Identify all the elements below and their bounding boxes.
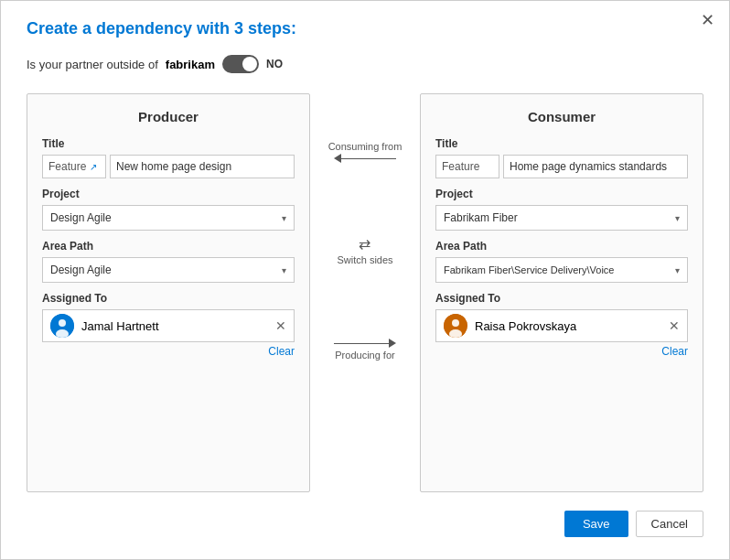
producer-avatar [50, 314, 74, 338]
consumer-panel: Consumer Title Feature Home page dynamic… [420, 93, 703, 492]
producer-project-value: Design Agile [50, 211, 112, 224]
consuming-from-block: Consuming from [328, 141, 403, 163]
producer-area-path-select[interactable]: Design Agile ▾ [42, 257, 295, 283]
consumer-project-value: Fabrikam Fiber [444, 211, 518, 224]
outside-partner-toggle[interactable] [222, 55, 259, 73]
middle-area: Consuming from ⇄ Switch sides Producing … [310, 93, 420, 492]
producer-title-type-icon: ↗ [90, 162, 97, 172]
producer-clear-link[interactable]: Clear [268, 345, 295, 358]
switch-sides-block[interactable]: ⇄ Switch sides [337, 235, 392, 265]
consumer-assigned-label: Assigned To [435, 292, 688, 305]
consumer-title-label: Title [435, 137, 688, 150]
consumer-assigned-name: Raisa Pokrovskaya [475, 319, 576, 333]
consumer-area-path-select[interactable]: Fabrikam Fiber\Service Delivery\Voice ▾ [435, 257, 688, 283]
svg-point-4 [452, 319, 459, 327]
consumer-clear-link[interactable]: Clear [661, 345, 688, 358]
consumer-project-select[interactable]: Fabrikam Fiber ▾ [435, 205, 688, 231]
consumer-area-path-value: Fabrikam Fiber\Service Delivery\Voice [444, 264, 614, 275]
producer-title-label: Title [42, 137, 295, 150]
producer-assigned-name: Jamal Hartnett [81, 319, 159, 333]
arrow-line-producing [334, 343, 389, 344]
cancel-button[interactable]: Cancel [636, 511, 703, 537]
toggle-state-label: NO [266, 58, 283, 70]
arrow-head-right [389, 339, 396, 348]
arrow-line-consuming [341, 158, 396, 159]
consumer-clear-assigned-button[interactable]: ✕ [669, 318, 680, 333]
create-dependency-dialog: ✕ Create a dependency with 3 steps: Is y… [0, 0, 730, 560]
arrow-head-left [334, 154, 341, 163]
producer-project-label: Project [42, 188, 295, 200]
consumer-panel-title: Consumer [435, 109, 688, 124]
consumer-avatar [444, 314, 467, 338]
producer-panel-title: Producer [42, 109, 295, 124]
producer-project-select[interactable]: Design Agile ▾ [42, 205, 295, 231]
consumer-project-label: Project [435, 188, 688, 200]
consumer-title-row: Feature Home page dynamics standards [435, 155, 688, 178]
close-button[interactable]: ✕ [701, 12, 714, 28]
columns-area: Producer Title Feature ↗ New home page d… [27, 93, 703, 492]
partner-org-name: fabrikam [166, 58, 215, 71]
partner-row: Is your partner outside of fabrikam NO [27, 55, 703, 73]
producer-panel: Producer Title Feature ↗ New home page d… [27, 93, 310, 492]
producing-for-block: Producing for [334, 339, 396, 361]
producer-title-value[interactable]: New home page design [110, 155, 295, 178]
switch-sides-icon: ⇄ [359, 235, 370, 253]
producer-area-path-label: Area Path [42, 240, 295, 253]
svg-point-1 [59, 319, 66, 327]
producer-area-path-value: Design Agile [50, 264, 112, 276]
producer-area-path-chevron: ▾ [282, 265, 286, 275]
producer-clear-assigned-button[interactable]: ✕ [275, 318, 286, 333]
producer-assigned-label: Assigned To [42, 292, 295, 305]
footer: Save Cancel [27, 511, 703, 537]
producing-for-label: Producing for [335, 350, 394, 361]
producer-title-type[interactable]: Feature ↗ [42, 155, 106, 178]
consumer-title-type[interactable]: Feature [435, 155, 499, 178]
producer-title-row: Feature ↗ New home page design [42, 155, 295, 178]
consumer-area-path-label: Area Path [435, 240, 688, 253]
producing-arrow [334, 339, 396, 348]
consumer-area-path-chevron: ▾ [675, 265, 680, 275]
producer-assigned-inner: Jamal Hartnett [50, 314, 159, 338]
consuming-from-label: Consuming from [328, 141, 403, 152]
producer-assigned-box: Jamal Hartnett ✕ [42, 309, 295, 342]
save-button[interactable]: Save [564, 511, 628, 537]
consumer-title-value[interactable]: Home page dynamics standards [503, 155, 688, 178]
producer-project-chevron: ▾ [282, 213, 286, 223]
partner-label-prefix: Is your partner outside of [27, 58, 158, 71]
dialog-title: Create a dependency with 3 steps: [27, 19, 703, 38]
consuming-arrow [334, 154, 396, 163]
consumer-assigned-inner: Raisa Pokrovskaya [444, 314, 576, 338]
consumer-project-chevron: ▾ [675, 213, 680, 223]
consumer-assigned-box: Raisa Pokrovskaya ✕ [435, 309, 688, 342]
switch-sides-label: Switch sides [337, 254, 392, 265]
